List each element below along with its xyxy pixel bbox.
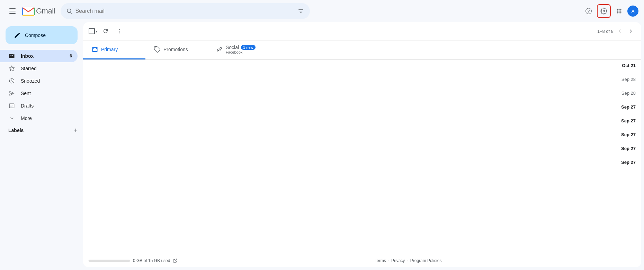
hamburger-icon [9,8,16,14]
svg-point-20 [119,31,120,31]
starred-label: Starred [21,66,37,71]
snoozed-icon [8,77,15,84]
tab-social[interactable]: Social 1 new Facebook [208,40,270,59]
logo: Gmail [22,5,55,17]
svg-point-21 [119,32,120,33]
email-row-7[interactable]: Sep 27 [621,146,636,151]
svg-point-12 [618,10,619,11]
sidebar-item-drafts[interactable]: Drafts [0,100,78,112]
pagination-next-button[interactable] [626,26,636,36]
star-icon [8,65,15,72]
pagination-prev-button[interactable] [615,26,625,36]
svg-point-16 [620,12,621,13]
inbox-tab-icon [91,46,98,53]
compose-button[interactable]: Compose [6,26,78,44]
snoozed-label: Snoozed [21,78,40,84]
email-row-4[interactable]: Sep 27 [621,104,636,110]
tabs: Primary Promotions Social [83,40,641,60]
more-options-icon [116,28,123,34]
select-all-checkbox[interactable] [89,28,95,34]
footer: 0 GB of 15 GB used Terms · Privacy · Pro… [83,254,641,267]
layout: Compose Inbox 6 Starred [0,22,644,270]
email-row-8[interactable]: Sep 27 [621,159,636,165]
email-row-3[interactable]: Sep 28 [621,90,636,96]
svg-line-2 [71,12,72,13]
svg-point-13 [620,10,621,11]
email-date-1: Oct 21 [622,63,636,68]
svg-line-25 [175,259,177,261]
footer-links: Terms · Privacy · Program Policies [375,258,441,263]
email-date-2: Sep 28 [621,77,636,82]
sidebar-item-starred[interactable]: Starred [0,62,78,75]
refresh-button[interactable] [99,25,112,37]
sidebar: Compose Inbox 6 Starred [0,22,83,270]
toolbar-left: ▾ [89,25,126,37]
inbox-label: Inbox [21,53,34,59]
sent-icon [8,90,15,97]
help-button[interactable]: ? [582,4,596,18]
avatar[interactable]: A [627,6,638,17]
settings-icon [600,8,607,15]
svg-point-9 [618,9,619,10]
storage-bar-fill [89,260,89,262]
labels-section: Labels + [0,124,83,135]
email-date-3: Sep 28 [621,91,636,96]
more-label: More [21,115,32,121]
toolbar: ▾ 1–8 of 8 [83,22,641,40]
topbar: Gmail ? [0,0,644,22]
sidebar-item-snoozed[interactable]: Snoozed [0,75,78,87]
tab-primary-label: Primary [101,47,118,52]
more-options-button[interactable] [113,25,126,37]
email-row-1[interactable]: Oct 21 [622,63,636,68]
email-date-7: Sep 27 [621,146,636,151]
drafts-icon [8,102,15,109]
svg-point-23 [220,47,222,49]
help-icon: ? [585,8,592,15]
search-input[interactable] [75,8,295,14]
inbox-icon [8,53,15,59]
svg-rect-18 [9,104,14,108]
inbox-badge: 6 [70,54,72,58]
email-date-6: Sep 27 [621,132,636,137]
terms-link[interactable]: Terms [375,258,386,263]
program-policies-link[interactable]: Program Policies [410,258,442,263]
compose-label: Compose [25,32,46,38]
sidebar-item-sent[interactable]: Sent [0,87,78,100]
svg-point-19 [119,29,120,30]
compose-icon [14,32,21,39]
chevron-right-icon [628,28,634,34]
sent-label: Sent [21,91,31,96]
email-row-5[interactable]: Sep 27 [621,118,636,123]
logo-text: Gmail [36,7,55,16]
svg-point-11 [617,10,618,11]
privacy-link[interactable]: Privacy [391,258,405,263]
tab-primary[interactable]: Primary [83,40,145,59]
menu-button[interactable] [6,4,19,18]
select-dropdown-button[interactable]: ▾ [95,29,98,34]
storage-bar [89,260,130,262]
email-row-6[interactable]: Sep 27 [621,132,636,137]
search-filter-button[interactable] [297,8,304,15]
apps-button[interactable] [612,4,626,18]
svg-rect-0 [23,7,34,15]
sidebar-item-inbox[interactable]: Inbox 6 [0,50,78,62]
tab-promotions-label: Promotions [163,47,188,52]
svg-point-22 [155,48,156,48]
settings-button[interactable] [597,4,611,18]
storage-link-icon[interactable] [173,258,178,263]
toolbar-right: 1–8 of 8 [597,26,636,36]
main-content: ▾ 1–8 of 8 [83,22,641,267]
pagination-count: 1–8 of 8 [597,29,614,34]
search-bar [61,3,310,19]
tab-promotions[interactable]: Promotions [145,40,208,59]
social-tab-icon [216,46,223,53]
topbar-right: ? A [582,4,638,18]
email-date-5: Sep 27 [621,118,636,123]
refresh-icon [102,28,109,34]
promotions-tab-icon [154,46,161,53]
tab-social-label: Social [226,45,239,50]
apps-icon [616,8,623,15]
sidebar-item-more[interactable]: More [0,112,78,124]
email-row-2[interactable]: Sep 28 [621,76,636,82]
labels-add-button[interactable]: + [74,127,78,133]
